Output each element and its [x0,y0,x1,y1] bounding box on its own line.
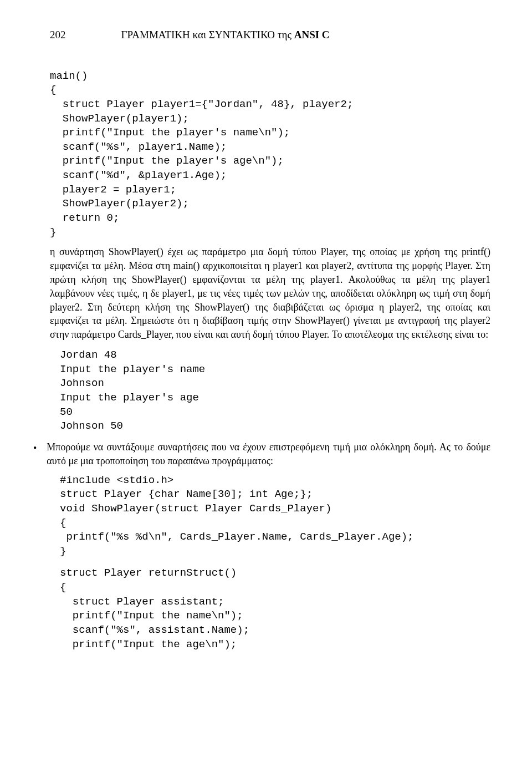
bullet-item: • Μπορούμε να συντάξουμε συναρτήσεις που… [33,440,490,468]
code-main: main() { struct Player player1={"Jordan"… [50,69,490,240]
running-title-bold: ANSI C [294,29,330,40]
running-title-plain: ΓΡΑΜΜΑΤΙΚΗ και ΣΥΝΤΑΚΤΙΚΟ της [121,29,294,40]
code-block-main: main() { struct Player player1={"Jordan"… [50,69,490,240]
bullet-text: Μπορούμε να συντάξουμε συναρτήσεις που ν… [47,440,490,468]
bullet-marker-icon: • [33,441,37,468]
code-include: #include <stdio.h> struct Player {char N… [60,474,490,559]
running-header: ΓΡΑΜΜΑΤΙΚΗ και ΣΥΝΤΑΚΤΙΚΟ της ANSI C [121,28,330,43]
code-block-include: #include <stdio.h> struct Player {char N… [60,474,490,559]
code-returnstruct: struct Player returnStruct() { struct Pl… [60,566,490,652]
paragraph-explanation: η συνάρτηση ShowPlayer() έχει ως παράμετ… [50,245,490,342]
program-output: Jordan 48 Input the player's name Johnso… [60,348,490,434]
code-block-returnstruct: struct Player returnStruct() { struct Pl… [60,566,490,652]
output-text: Jordan 48 Input the player's name Johnso… [60,348,490,434]
page-header: 202 ΓΡΑΜΜΑΤΙΚΗ και ΣΥΝΤΑΚΤΙΚΟ της ANSI C [50,28,490,43]
page-number: 202 [50,28,66,43]
